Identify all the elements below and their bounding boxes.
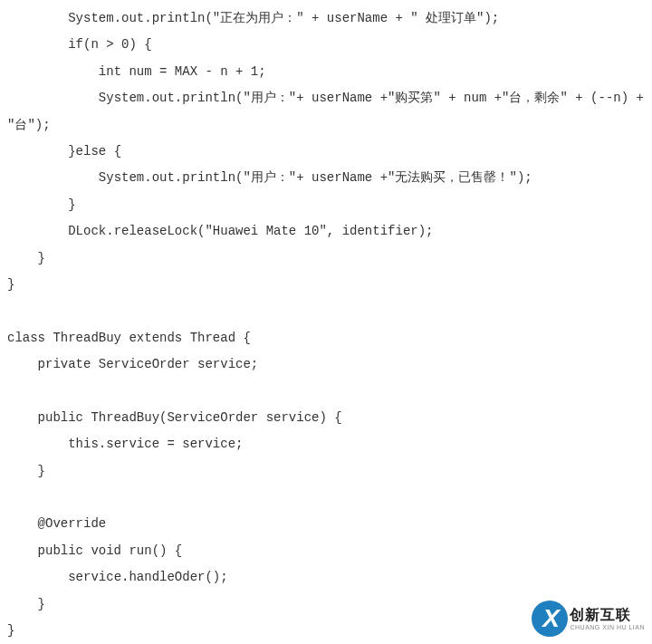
logo-text: 创新互联 CHUANG XIN HU LIAN	[570, 608, 645, 630]
code-block: System.out.println("正在为用户：" + userName +…	[7, 5, 645, 644]
logo-mark-letter: X	[532, 601, 568, 637]
logo-mark: X	[532, 601, 568, 637]
watermark-logo: X 创新互联 CHUANG XIN HU LIAN	[532, 601, 645, 637]
logo-en: CHUANG XIN HU LIAN	[570, 624, 645, 630]
logo-cn: 创新互联	[570, 608, 645, 622]
